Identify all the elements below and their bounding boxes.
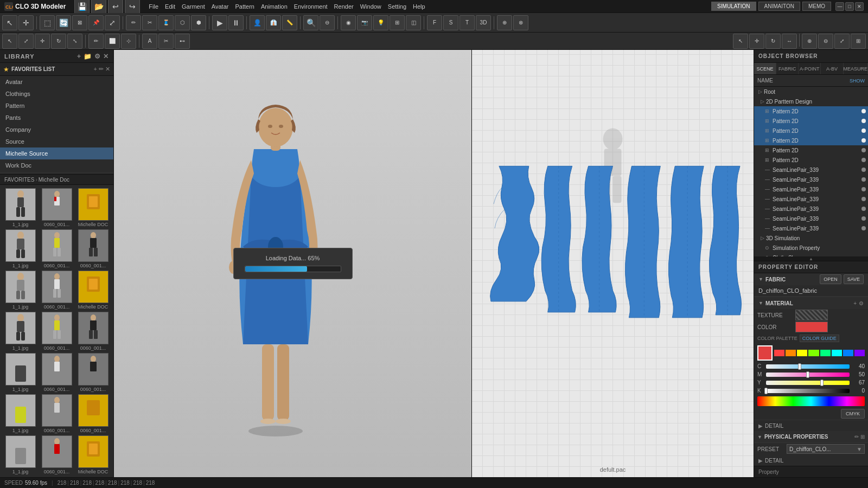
viewport-3d[interactable]: Loading Data... 65%: [114, 50, 472, 477]
thumb-item[interactable]: 0060_001...: [40, 188, 74, 227]
tree-pattern-2d-1[interactable]: ⊞ Pattern 2D: [754, 106, 868, 116]
garment-tool[interactable]: 👔: [266, 15, 281, 30]
view-front[interactable]: F: [427, 15, 442, 30]
thumb-item[interactable]: Michelle DOC: [76, 435, 110, 474]
unfold-tool[interactable]: ⬡: [175, 15, 190, 30]
thumb-item[interactable]: 0060_001...: [76, 353, 110, 392]
thumb-item[interactable]: 1_1.jpg: [3, 229, 37, 268]
measure-tool[interactable]: 📏: [282, 15, 297, 30]
2d-flip-h[interactable]: ↔: [782, 34, 797, 49]
color-swatch-main[interactable]: [757, 345, 773, 361]
grid-tool[interactable]: ⊞: [390, 15, 405, 30]
detail2-row[interactable]: ▶ DETAIL: [754, 455, 868, 466]
phys-edit-icon[interactable]: ✏: [854, 434, 859, 440]
view-3d[interactable]: 3D: [476, 15, 491, 30]
fav-edit-icon[interactable]: ✏: [99, 66, 104, 73]
shadow-tool[interactable]: ◫: [406, 15, 421, 30]
library-scroll[interactable]: 1_1.jpg 0060_001... Michelle DOC: [0, 185, 113, 477]
tree-pattern-2d-6[interactable]: ⊞ Pattern 2D: [754, 155, 868, 165]
thumb-item[interactable]: 0060_001...: [76, 312, 110, 351]
thumb-item[interactable]: 0060_001...: [40, 312, 74, 351]
2d-zoom-in[interactable]: ⊕: [802, 34, 817, 49]
viewport-2d[interactable]: defult.pac: [472, 50, 754, 477]
rotate-tool[interactable]: 🔄: [56, 15, 71, 30]
tree-seam-7[interactable]: — SeamLinePair_339: [754, 223, 868, 233]
thumb-item[interactable]: 1_1.jpg: [3, 188, 37, 227]
menu-pattern[interactable]: Pattern: [235, 3, 254, 10]
move-3d-tool[interactable]: ✛: [18, 15, 34, 30]
menu-avatar[interactable]: Avatar: [212, 3, 229, 10]
tb2-cut2[interactable]: ✂: [158, 34, 174, 49]
tb2-select[interactable]: ↖: [2, 34, 17, 49]
tree-seam-4[interactable]: — SeamLinePair_339: [754, 194, 868, 204]
color-swatch[interactable]: [795, 322, 828, 332]
tb2-transform[interactable]: ⤢: [18, 34, 34, 49]
tree-seam-6[interactable]: — SeamLinePair_339: [754, 214, 868, 223]
memo-button[interactable]: MEMO: [802, 2, 831, 11]
tree-seam-2[interactable]: — SeamLinePair_339: [754, 175, 868, 184]
tree-3d-simulation[interactable]: ▷ 3D Simulation: [754, 233, 868, 243]
tree-pattern-2d-4[interactable]: ⊞ Pattern 2D: [754, 136, 868, 145]
menu-render[interactable]: Render: [334, 3, 354, 10]
thumb-item[interactable]: 1_1.jpg: [3, 312, 37, 351]
thumb-item[interactable]: Michelle DOC: [76, 188, 110, 227]
tree-root[interactable]: ▷ Root: [754, 87, 868, 97]
menu-window[interactable]: Window: [360, 3, 381, 10]
menu-garment[interactable]: Garment: [182, 3, 205, 10]
cmyk-y-bar[interactable]: [766, 381, 850, 385]
animation-button[interactable]: ANIMAITON: [758, 2, 800, 11]
physical-props-header[interactable]: ▼ PHYSICAL PROPERTIES ✏ ⊞: [754, 431, 868, 443]
tab-measure[interactable]: MEASURE: [844, 63, 869, 74]
cmyk-k-bar[interactable]: [766, 389, 850, 393]
color-purple[interactable]: [854, 350, 865, 356]
open-fabric-button[interactable]: OPEN: [820, 274, 841, 284]
menu-environment[interactable]: Environment: [294, 3, 328, 10]
camera-tool[interactable]: 📷: [357, 15, 372, 30]
tree-seam-3[interactable]: — SeamLinePair_339: [754, 184, 868, 194]
show-button[interactable]: SHOW: [850, 78, 865, 84]
lib-settings-icon[interactable]: ⚙: [94, 53, 101, 60]
thumb-item[interactable]: 1_1.jpg: [3, 353, 37, 392]
view-top[interactable]: T: [459, 15, 475, 30]
2d-select[interactable]: ↖: [733, 34, 748, 49]
cmyk-c-bar[interactable]: [766, 364, 850, 369]
tb2-sew2[interactable]: ⊷: [175, 34, 190, 49]
undo-icon[interactable]: ↩: [108, 0, 123, 14]
thumb-item[interactable]: 0060_001...: [76, 394, 110, 433]
fav-delete-icon[interactable]: ✕: [105, 66, 110, 73]
color-yellow[interactable]: [797, 350, 807, 356]
tab-abv[interactable]: A-BV: [821, 63, 843, 74]
color-cyan[interactable]: [832, 350, 842, 356]
tree-seam-1[interactable]: — SeamLinePair_339: [754, 165, 868, 175]
render-tool[interactable]: ◉: [341, 15, 356, 30]
thumb-item[interactable]: 0060_001...: [40, 394, 74, 433]
color-guide-button[interactable]: COLOR GUIDE: [800, 335, 839, 342]
cmyk-m-bar[interactable]: [766, 373, 850, 377]
sim-run-tool[interactable]: ▶: [212, 15, 227, 30]
detail-row[interactable]: ▶ DETAIL: [754, 420, 868, 431]
nav-work-doc[interactable]: Work Doc: [0, 159, 113, 171]
tb2-draw[interactable]: ✏: [88, 34, 104, 49]
thumb-item[interactable]: 1_1.jpg: [3, 435, 37, 474]
zoom-in-tool[interactable]: 🔍: [303, 15, 318, 30]
thumb-item[interactable]: 0060_001...: [76, 229, 110, 268]
tb2-move[interactable]: ✛: [35, 34, 50, 49]
select-all-tool[interactable]: ⬚: [40, 15, 55, 30]
thumb-item[interactable]: 0060_001...: [40, 353, 74, 392]
fabric-section-header[interactable]: ▼ FABRIC OPEN SAVE: [754, 273, 868, 285]
fold-tool[interactable]: ⬢: [191, 15, 206, 30]
scale-tool[interactable]: ⊠: [72, 15, 87, 30]
select-3d-tool[interactable]: ↖: [2, 15, 17, 30]
tb2-scale2[interactable]: ⤡: [67, 34, 82, 49]
snap-tool[interactable]: ⊕: [497, 15, 512, 30]
save-fabric-button[interactable]: SAVE: [844, 274, 864, 284]
tb2-rect[interactable]: ⬜: [105, 34, 120, 49]
2d-move[interactable]: ✛: [749, 34, 764, 49]
minimize-button[interactable]: —: [835, 2, 844, 11]
material-section-header[interactable]: ▼ MATERIAL + ⚙: [754, 297, 868, 309]
open-icon[interactable]: 📂: [91, 0, 106, 14]
lib-folder-icon[interactable]: 📁: [84, 53, 92, 60]
tb2-rotate[interactable]: ↻: [51, 34, 66, 49]
nav-michelle-source[interactable]: Michelle Source: [0, 147, 113, 159]
color-green[interactable]: [820, 350, 831, 356]
